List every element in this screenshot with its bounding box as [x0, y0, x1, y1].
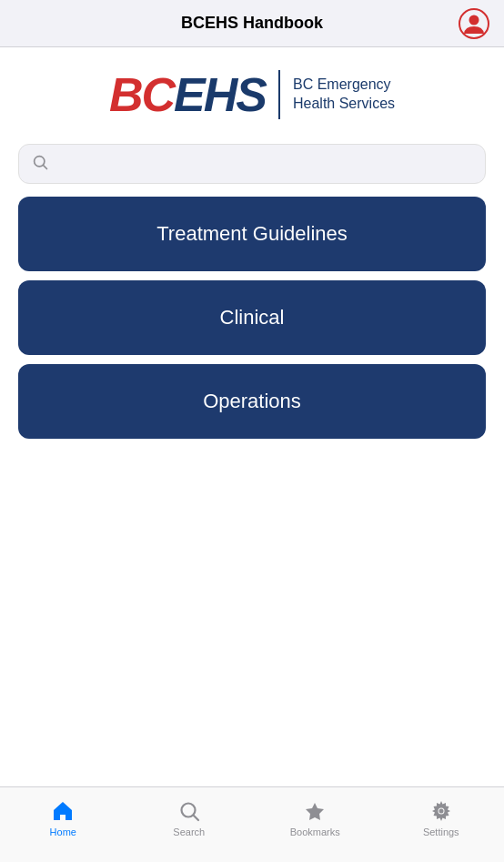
svg-line-5 [193, 815, 198, 820]
logo-subtitle: BC Emergency Health Services [293, 76, 395, 114]
search-container [0, 131, 504, 197]
svg-point-1 [469, 15, 479, 25]
main-content: Treatment Guidelines Clinical Operations [0, 197, 504, 786]
search-input[interactable] [55, 155, 472, 173]
user-profile-button[interactable] [459, 8, 489, 39]
tab-bookmarks-label: Bookmarks [290, 827, 340, 837]
tab-settings-label: Settings [423, 827, 459, 837]
tab-search-label: Search [173, 827, 205, 837]
svg-point-9 [438, 808, 443, 813]
tab-home[interactable]: Home [0, 798, 126, 837]
logo-area: BC EHS BC Emergency Health Services [0, 47, 504, 131]
operations-button[interactable]: Operations [18, 364, 486, 439]
bookmark-icon [302, 798, 328, 824]
search-icon [32, 154, 48, 174]
tab-bookmarks[interactable]: Bookmarks [252, 798, 378, 837]
gear-icon [428, 798, 454, 824]
tab-settings[interactable]: Settings [378, 798, 505, 837]
logo-bc: BC [109, 67, 174, 122]
page-title: BCEHS Handbook [181, 14, 323, 33]
tab-home-label: Home [50, 827, 76, 837]
home-icon [50, 798, 76, 824]
tab-search[interactable]: Search [126, 798, 253, 837]
tab-search-icon [176, 798, 202, 824]
app-header: BCEHS Handbook [0, 0, 504, 47]
svg-marker-6 [306, 803, 324, 820]
logo-ehs: EHS [174, 67, 266, 122]
svg-line-3 [43, 165, 46, 168]
treatment-guidelines-button[interactable]: Treatment Guidelines [18, 197, 486, 271]
logo-divider [278, 70, 280, 119]
clinical-button[interactable]: Clinical [18, 280, 486, 355]
tab-bar: Home Search Bookmarks S [0, 786, 504, 862]
search-bar[interactable] [18, 144, 486, 184]
